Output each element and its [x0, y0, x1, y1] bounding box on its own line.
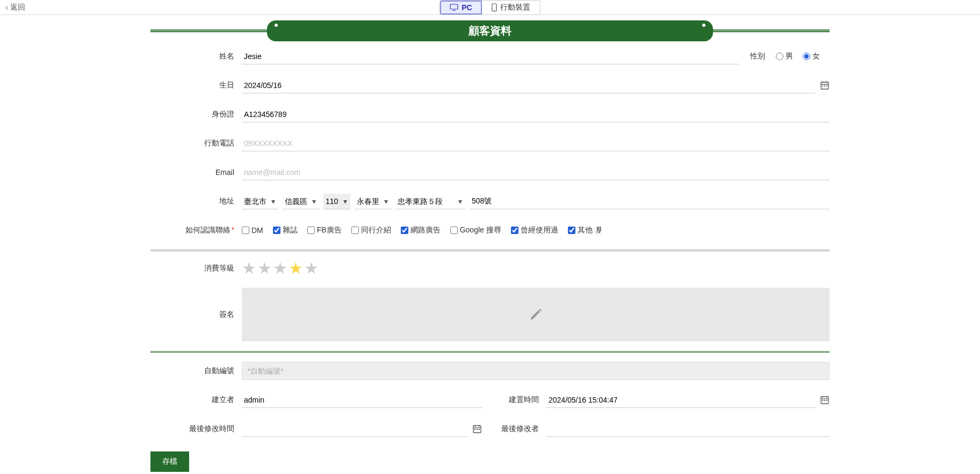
howknow-checkbox-0[interactable]	[242, 227, 249, 234]
gender-female-text: 女	[812, 52, 820, 61]
pencil-icon	[528, 307, 543, 322]
svg-rect-9	[824, 85, 825, 86]
star-5[interactable]: ★	[304, 260, 319, 276]
svg-rect-8	[822, 85, 823, 86]
name-label: 姓名	[150, 52, 242, 61]
save-button[interactable]: 存檔	[150, 451, 189, 472]
howknow-option-6[interactable]: 曾經使用過	[511, 225, 558, 235]
svg-point-3	[494, 10, 495, 11]
howknow-text-5: Google 搜尋	[460, 225, 501, 235]
mobile-icon	[492, 3, 497, 12]
monitor-icon	[450, 4, 458, 11]
back-button[interactable]: ‹ 返回	[5, 3, 25, 12]
signature-label: 簽名	[150, 310, 242, 319]
level-label: 消費等級	[150, 264, 242, 273]
calendar-icon[interactable]	[820, 81, 830, 90]
lastmodtime-label: 最後修改時間	[150, 424, 242, 434]
createtime-input[interactable]	[546, 392, 816, 408]
howknow-option-2[interactable]: FB廣告	[307, 225, 342, 235]
section-header: 顧客資料	[150, 20, 830, 41]
gender-male-input[interactable]	[776, 53, 783, 60]
howknow-option-5[interactable]: Google 搜尋	[450, 225, 501, 235]
svg-rect-0	[450, 4, 458, 9]
calendar-icon[interactable]	[472, 424, 482, 434]
email-input[interactable]	[242, 165, 830, 180]
howknow-text-1: 雜誌	[283, 225, 298, 235]
svg-rect-24	[479, 429, 480, 430]
star-2[interactable]: ★	[257, 260, 272, 276]
calendar-icon[interactable]	[820, 395, 830, 405]
howknow-checkbox-1[interactable]	[273, 227, 280, 234]
name-input[interactable]	[242, 49, 739, 64]
view-pc-tab[interactable]: PC	[440, 1, 481, 14]
howknow-text-3: 同行介紹	[361, 225, 391, 235]
creator-label: 建立者	[150, 395, 242, 405]
addr-road-select[interactable]: 忠孝東路５段	[395, 194, 465, 209]
creator-input[interactable]	[242, 392, 482, 408]
gender-female-radio[interactable]: 女	[803, 52, 820, 61]
howknow-checkbox-6[interactable]	[511, 227, 518, 234]
back-label: 返回	[10, 3, 25, 12]
gender-male-radio[interactable]: 男	[776, 52, 793, 61]
howknow-text-7: 其他	[578, 225, 593, 235]
svg-rect-23	[477, 429, 478, 430]
signature-pad[interactable]	[242, 288, 830, 341]
birthday-input[interactable]	[242, 78, 816, 93]
birthday-label: 生日	[150, 81, 242, 90]
star-3[interactable]: ★	[273, 260, 287, 276]
addr-dist-select[interactable]: 信義區	[283, 194, 319, 209]
svg-rect-17	[826, 400, 827, 401]
autono-input	[242, 362, 830, 380]
page-title: 顧客資料	[267, 20, 713, 41]
view-pc-label: PC	[462, 3, 472, 12]
rating-stars: ★★★★★	[242, 260, 830, 276]
gender-label: 性別	[750, 52, 765, 61]
star-1[interactable]: ★	[242, 260, 256, 276]
howknow-checkbox-3[interactable]	[351, 227, 359, 234]
autono-label: 自動編號	[150, 366, 242, 376]
lastmodby-input[interactable]	[546, 421, 830, 437]
address-label: 地址	[150, 196, 242, 206]
svg-rect-10	[826, 85, 827, 86]
addr-no-input[interactable]	[470, 194, 830, 209]
howknow-option-7[interactable]: 其他	[568, 225, 604, 235]
lastmodtime-input[interactable]	[242, 421, 468, 437]
svg-rect-22	[474, 429, 475, 430]
idno-label: 身份證	[150, 110, 242, 119]
howknow-text-2: FB廣告	[317, 225, 342, 235]
idno-input[interactable]	[242, 107, 830, 122]
chevron-left-icon: ‹	[5, 3, 8, 12]
gender-male-text: 男	[786, 52, 793, 61]
email-label: Email	[150, 168, 242, 177]
svg-rect-16	[824, 400, 825, 401]
howknow-options: DM雜誌FB廣告同行介紹網路廣告Google 搜尋曾經使用過其他	[242, 225, 830, 236]
howknow-checkbox-5[interactable]	[450, 227, 458, 234]
howknow-checkbox-7[interactable]	[568, 227, 575, 234]
addr-zip-select[interactable]: 110	[323, 194, 350, 209]
createtime-label: 建置時間	[498, 395, 546, 405]
howknow-option-4[interactable]: 網路廣告	[401, 225, 441, 235]
required-mark: *	[232, 225, 234, 234]
divider-green	[150, 351, 830, 353]
view-mobile-tab[interactable]: 行動裝置	[482, 1, 540, 14]
addr-vill-select[interactable]: 永春里	[355, 194, 391, 209]
view-mobile-label: 行動裝置	[500, 3, 530, 12]
howknow-text-6: 曾經使用過	[521, 225, 558, 235]
star-4[interactable]: ★	[289, 260, 303, 276]
decorative-line	[150, 30, 272, 32]
divider	[150, 250, 830, 251]
svg-rect-15	[822, 400, 823, 401]
mobile-input[interactable]	[242, 136, 830, 151]
howknow-text-0: DM	[251, 226, 263, 235]
howknow-option-0[interactable]: DM	[242, 226, 263, 235]
howknow-option-1[interactable]: 雜誌	[273, 225, 298, 235]
gender-female-input[interactable]	[803, 53, 810, 60]
howknow-label: 如何認識聯絡*	[150, 225, 242, 235]
decorative-line	[708, 30, 830, 32]
howknow-option-3[interactable]: 同行介紹	[351, 225, 391, 235]
howknow-other-input[interactable]	[595, 227, 602, 234]
howknow-checkbox-4[interactable]	[401, 227, 408, 234]
lastmodby-label: 最後修改者	[498, 424, 546, 434]
howknow-checkbox-2[interactable]	[307, 227, 315, 234]
addr-city-select[interactable]: 臺北市	[242, 194, 278, 209]
